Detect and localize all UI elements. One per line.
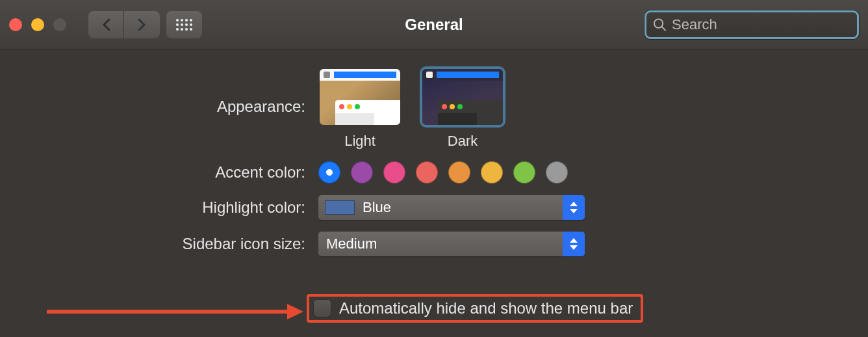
accent-swatch-red[interactable]: [416, 161, 438, 183]
accent-swatch-purple[interactable]: [351, 161, 373, 183]
window-title: General: [405, 16, 463, 34]
accent-swatch-orange[interactable]: [448, 161, 470, 183]
grid-icon: [176, 19, 192, 31]
appearance-options: LightDark: [318, 68, 504, 150]
search-field[interactable]: [645, 10, 859, 39]
accent-color-swatches: [318, 161, 568, 183]
appearance-option-label: Dark: [448, 133, 478, 150]
content: Appearance: LightDark Accent color: High…: [0, 49, 868, 256]
appearance-option-light[interactable]: Light: [318, 68, 402, 150]
select-stepper-icon: [563, 195, 585, 220]
accent-swatch-pink[interactable]: [383, 161, 405, 183]
highlight-color-select[interactable]: Blue: [318, 195, 585, 220]
accent-swatch-yellow[interactable]: [481, 161, 503, 183]
accent-label: Accent color:: [0, 163, 318, 182]
minimize-button[interactable]: [31, 18, 44, 31]
sidebar-icon-size-value: Medium: [326, 236, 563, 252]
appearance-thumbnail-light: [318, 68, 402, 126]
accent-swatch-green[interactable]: [513, 161, 535, 183]
highlight-color-chip: [325, 200, 355, 215]
appearance-option-dark[interactable]: Dark: [421, 68, 504, 150]
traffic-lights: [9, 18, 66, 31]
auto-hide-menu-bar-checkbox[interactable]: [313, 299, 331, 317]
appearance-thumbnail-dark: [421, 68, 504, 126]
zoom-button[interactable]: [53, 18, 66, 31]
forward-button[interactable]: [124, 11, 160, 38]
titlebar: General: [0, 0, 868, 49]
annotation-arrow-icon: [47, 302, 303, 321]
select-stepper-icon: [563, 232, 585, 256]
chevron-left-icon: [102, 18, 110, 31]
auto-hide-menu-bar-row: Automatically hide and show the menu bar: [307, 294, 643, 323]
search-input[interactable]: [672, 16, 850, 33]
sidebar-icon-size-select[interactable]: Medium: [318, 232, 585, 256]
sidebar-icon-size-label: Sidebar icon size:: [0, 235, 318, 253]
accent-swatch-blue[interactable]: [318, 161, 340, 183]
auto-hide-menu-bar-label: Automatically hide and show the menu bar: [339, 299, 633, 317]
chevron-right-icon: [138, 18, 146, 31]
accent-swatch-graphite[interactable]: [546, 161, 568, 183]
appearance-option-label: Light: [344, 133, 376, 150]
show-all-button[interactable]: [166, 11, 202, 38]
highlight-color-value: Blue: [363, 199, 563, 216]
nav-group: [88, 11, 160, 38]
search-icon: [653, 18, 667, 32]
svg-line-1: [662, 27, 665, 30]
close-button[interactable]: [9, 18, 22, 31]
appearance-label: Appearance:: [0, 68, 318, 116]
svg-marker-3: [287, 304, 303, 319]
back-button[interactable]: [88, 11, 124, 38]
highlight-label: Highlight color:: [0, 198, 318, 217]
